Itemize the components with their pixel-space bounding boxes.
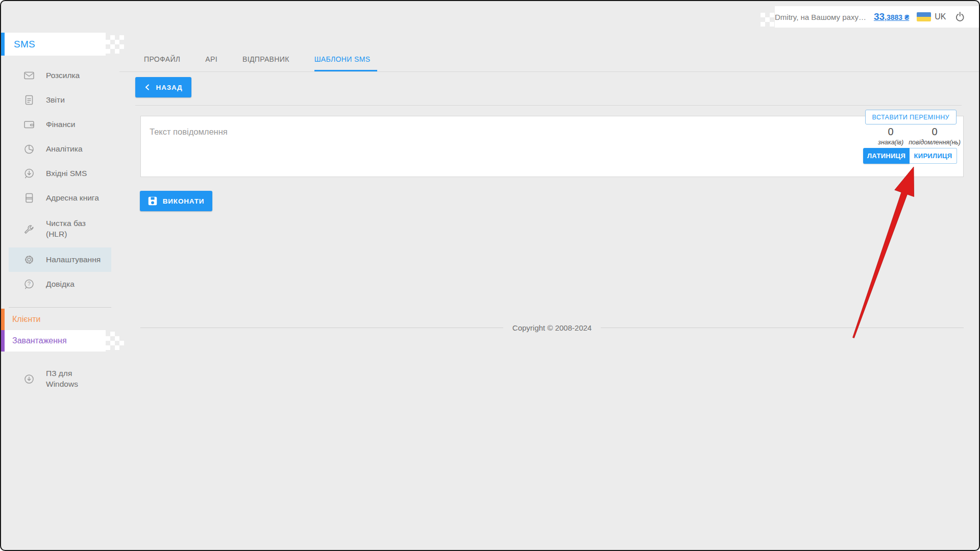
footer: Copyright © 2008-2024 — [140, 323, 964, 332]
footer-line-right — [601, 328, 964, 328]
sidebar-item-rozsylka[interactable]: Розсилка — [9, 63, 111, 88]
downloads-accent-bar — [1, 330, 5, 352]
tab-sender[interactable]: ВІДПРАВНИК — [242, 55, 289, 71]
tab-api[interactable]: API — [205, 55, 217, 71]
wallet-icon — [23, 118, 35, 131]
section-label: Клієнти — [12, 315, 40, 324]
message-text-input[interactable] — [141, 116, 963, 177]
annotation-arrow — [848, 164, 920, 344]
chevron-left-icon — [144, 83, 150, 91]
incoming-sms-icon — [23, 167, 35, 180]
sidebar-item-finansy[interactable]: Фінанси — [9, 112, 111, 137]
back-button-label: НАЗАД — [156, 84, 183, 91]
save-icon — [148, 196, 157, 206]
sidebar-item-label: Адресна книга — [46, 193, 99, 204]
gear-icon — [23, 254, 35, 266]
help-icon: ? — [23, 278, 35, 290]
tab-profile[interactable]: ПРОФАЙЛ — [144, 55, 180, 71]
sidebar-item-zvity[interactable]: Звіти — [9, 88, 111, 112]
content-divider — [135, 105, 962, 106]
execute-button-label: ВИКОНАТИ — [163, 197, 204, 205]
wrench-icon — [23, 223, 35, 235]
chars-count-label: знака(ів) — [878, 138, 903, 146]
svg-text:?: ? — [28, 281, 31, 287]
sidebar-item-label: ПЗ для Windows — [46, 368, 93, 390]
sidebar: SMS Розсилка Звіти — [1, 1, 119, 550]
chars-count-value: 0 — [878, 125, 903, 138]
latin-charset-button[interactable]: ЛАТИНИЦЯ — [863, 148, 910, 164]
brand-accent-bar — [1, 33, 5, 56]
tab-sms-templates[interactable]: ШАБЛОНИ SMS — [314, 55, 378, 71]
sidebar-item-analityka[interactable]: Аналітика — [9, 137, 111, 161]
sidebar-item-adresna-knyha[interactable]: Адресна книга — [9, 186, 111, 210]
chars-counter: 0 знака(ів) — [878, 125, 903, 146]
brand-label: SMS — [14, 39, 35, 50]
tab-bar: ПРОФАЙЛ API ВІДПРАВНИК ШАБЛОНИ SMS — [119, 1, 979, 72]
sidebar-item-label: Аналітика — [46, 144, 83, 155]
messages-counter: 0 повідомлення(нь) — [909, 125, 961, 146]
messages-count-label: повідомлення(нь) — [909, 138, 961, 146]
sidebar-item-nalashtuvannya[interactable]: Налаштування — [9, 247, 111, 272]
sidebar-brand-sms[interactable]: SMS — [1, 33, 106, 56]
main-content: Dmitry, на Вашому раху… 33,3883 ₴ UK ПРО… — [119, 1, 979, 550]
copyright-text: Copyright © 2008-2024 — [512, 323, 592, 332]
cyrillic-charset-label: КИРИЛИЦЯ — [914, 152, 952, 160]
report-icon — [23, 94, 35, 106]
sidebar-item-label: Налаштування — [46, 255, 101, 265]
sidebar-item-label: Звіти — [46, 95, 65, 106]
sidebar-item-label: Чистка баз (HLR) — [46, 218, 103, 240]
clients-accent-bar — [1, 309, 5, 330]
sidebar-item-label: Вхідні SMS — [46, 168, 87, 179]
messages-count-value: 0 — [909, 125, 961, 138]
sidebar-divider — [9, 307, 111, 308]
pie-chart-icon — [23, 143, 35, 155]
download-icon — [23, 373, 35, 385]
sidebar-item-chystka-baz-hlr[interactable]: Чистка баз (HLR) — [9, 210, 111, 247]
sidebar-item-label: Довідка — [46, 279, 75, 290]
sidebar-item-label: Розсилка — [46, 70, 80, 81]
sidebar-item-vhidni-sms[interactable]: Вхідні SMS — [9, 161, 111, 186]
charset-toggle: ЛАТИНИЦЯ КИРИЛИЦЯ — [863, 148, 957, 164]
latin-charset-label: ЛАТИНИЦЯ — [867, 152, 905, 160]
message-text-panel — [140, 116, 964, 177]
address-book-icon — [23, 192, 35, 204]
sidebar-item-dovidka[interactable]: ? Довідка — [9, 272, 111, 296]
sms-counters: 0 знака(ів) 0 повідомлення(нь) — [878, 125, 961, 146]
execute-button[interactable]: ВИКОНАТИ — [140, 191, 212, 211]
sidebar-item-pz-dlya-windows[interactable]: ПЗ для Windows — [9, 364, 111, 394]
app-screen: SMS Розсилка Звіти — [0, 0, 980, 551]
cyrillic-charset-button[interactable]: КИРИЛИЦЯ — [910, 148, 957, 164]
sidebar-item-label: Фінанси — [46, 119, 75, 130]
insert-variable-label: ВСТАВИТИ ПЕРЕМІННУ — [872, 114, 949, 121]
footer-line-left — [140, 328, 503, 328]
sidebar-section-downloads[interactable]: Завантаження — [1, 330, 106, 352]
insert-variable-button[interactable]: ВСТАВИТИ ПЕРЕМІННУ — [865, 110, 957, 124]
sidebar-menu: Розсилка Звіти Фінанси Аналітика — [1, 63, 119, 394]
back-button[interactable]: НАЗАД — [135, 77, 191, 97]
section-label: Завантаження — [12, 336, 67, 345]
sidebar-section-clients[interactable]: Клієнти — [1, 309, 119, 330]
envelope-icon — [23, 69, 35, 82]
